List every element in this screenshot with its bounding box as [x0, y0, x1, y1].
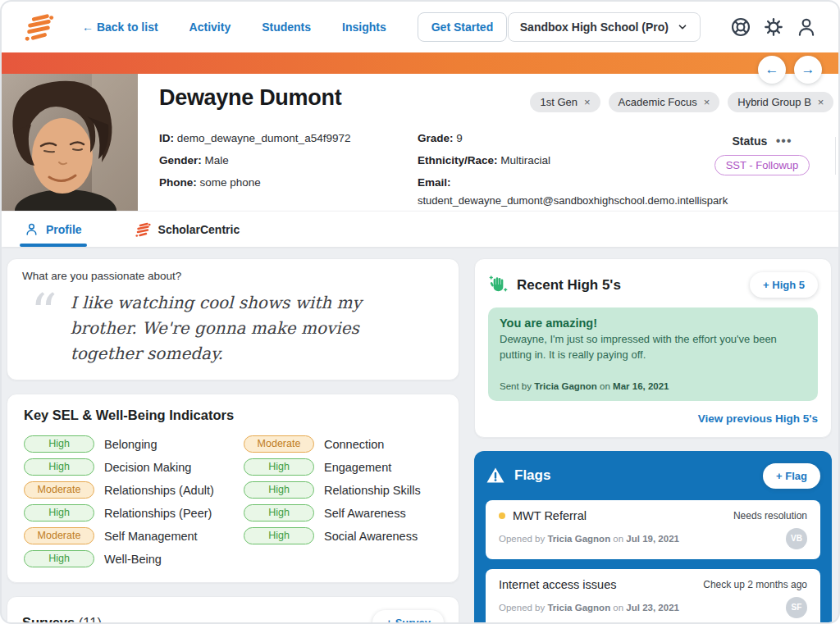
surveys-count: (11)	[79, 615, 102, 624]
indicator-label: Relationship Skills	[324, 484, 421, 497]
tag-remove-icon[interactable]: ×	[584, 96, 591, 108]
add-survey-button[interactable]: + Survey	[372, 610, 444, 624]
status-badge[interactable]: SST - Followup	[714, 155, 810, 175]
user-profile-icon[interactable]	[796, 16, 817, 38]
info-id: ID: demo_dewayne_dumont_a54f9972	[159, 127, 418, 149]
indicators-column-left: HighBelonging HighDecision Making Modera…	[24, 435, 244, 567]
add-high5-button[interactable]: + High 5	[750, 272, 818, 298]
indicator-label: Social Awareness	[324, 530, 418, 543]
top-nav: ← Back to list Activity Students Insight…	[2, 2, 838, 52]
divider	[835, 137, 836, 175]
scholarcentric-logo-icon	[135, 221, 151, 238]
status-menu-icon[interactable]: •••	[776, 134, 792, 148]
indicator-row: HighDecision Making	[24, 458, 244, 476]
indicator-row: HighWell-Being	[24, 550, 244, 567]
flag-item[interactable]: MWT Referral Needs resolution Opened by …	[486, 500, 820, 559]
tag-label: 1st Gen	[540, 96, 578, 108]
indicator-label: Self Management	[104, 530, 198, 543]
indicators-title: Key SEL & Well-Being Indicators	[24, 408, 442, 423]
tag-label: Academic Focus	[619, 96, 697, 108]
high5-card: Recent High 5's + High 5 You are amazing…	[474, 258, 832, 438]
indicator-row: HighRelationships (Peer)	[24, 504, 244, 522]
get-started-button[interactable]: Get Started	[418, 12, 507, 42]
nav-students[interactable]: Students	[262, 20, 311, 34]
indicator-row: ModerateSelf Management	[24, 527, 244, 544]
view-previous-high5s-link[interactable]: View previous High 5's	[698, 412, 818, 425]
back-to-list-link[interactable]: ← Back to list	[82, 20, 158, 34]
chevron-down-icon	[677, 21, 688, 33]
indicators-column-right: ModerateConnection HighEngagement HighRe…	[244, 435, 421, 567]
level-badge: High	[244, 481, 314, 499]
passion-quote: I like watching cool shows with my broth…	[71, 290, 431, 367]
info-phone: Phone: some phone	[159, 171, 418, 194]
level-badge: Moderate	[244, 435, 314, 453]
indicator-label: Relationships (Peer)	[104, 507, 212, 520]
school-selector-value: Sandbox High School (Pro)	[520, 20, 669, 34]
indicator-label: Well-Being	[104, 553, 162, 566]
tag-label: Hybrid Group B	[737, 96, 811, 108]
tag-pill: Academic Focus ×	[609, 92, 720, 112]
flags-title: Flags	[514, 467, 550, 484]
indicator-row: HighBelonging	[24, 435, 244, 453]
high5-sent-line: Sent by Tricia Gagnon on Mar 16, 2021	[500, 381, 806, 391]
banner-gradient	[2, 52, 838, 74]
flag-opened-line: Opened by Tricia Gagnon on Jul 23, 2021	[499, 603, 679, 613]
passion-question: What are you passionate about?	[22, 270, 444, 282]
student-header: Dewayne Dumont 1st Gen × Academic Focus …	[2, 74, 838, 211]
surveys-card: Surveys (11) + Survey ScholarCentric Mid…	[7, 596, 459, 624]
main-content: What are you passionate about? “ I like …	[2, 247, 838, 624]
avatar: VB	[786, 528, 807, 549]
tab-scholarcentric-label: ScholarCentric	[158, 223, 240, 236]
tab-scholarcentric[interactable]: ScholarCentric	[130, 212, 245, 247]
flag-status: Check up 2 months ago	[703, 579, 807, 590]
flag-opened-line: Opened by Tricia Gagnon on Jul 19, 2021	[499, 534, 679, 544]
tab-profile[interactable]: Profile	[20, 212, 87, 247]
indicators-card: Key SEL & Well-Being Indicators HighBelo…	[7, 394, 459, 583]
student-pager: ← →	[758, 56, 822, 84]
tag-remove-icon[interactable]: ×	[818, 96, 824, 108]
level-badge: High	[24, 550, 94, 567]
warning-triangle-icon	[486, 466, 505, 485]
brand-logo-icon	[23, 11, 54, 43]
tab-bar: Profile ScholarCentric	[2, 211, 838, 247]
tag-pill: 1st Gen ×	[530, 92, 600, 112]
student-photo	[2, 74, 138, 211]
student-header-main: Dewayne Dumont 1st Gen × Academic Focus …	[138, 74, 840, 211]
level-badge: Moderate	[24, 481, 94, 499]
indicator-label: Self Awareness	[324, 507, 406, 520]
person-icon	[25, 222, 39, 236]
tag-pill: Hybrid Group B ×	[728, 92, 833, 112]
nav-insights[interactable]: Insights	[342, 20, 386, 34]
indicator-row: ModerateConnection	[244, 435, 421, 453]
tab-profile-label: Profile	[46, 223, 82, 236]
passion-card: What are you passionate about? “ I like …	[7, 258, 459, 380]
quote-icon: “	[30, 290, 57, 367]
tag-remove-icon[interactable]: ×	[704, 96, 710, 108]
next-student-button[interactable]: →	[794, 56, 822, 84]
flag-status: Needs resolution	[733, 510, 807, 522]
settings-gear-icon[interactable]	[763, 16, 784, 38]
surveys-title: Surveys (11)	[22, 615, 102, 624]
student-name: Dewayne Dumont	[159, 85, 341, 111]
school-selector-dropdown[interactable]: Sandbox High School (Pro)	[508, 12, 701, 42]
nav-activity[interactable]: Activity	[189, 20, 231, 34]
level-badge: High	[244, 458, 314, 476]
indicator-label: Connection	[324, 438, 384, 451]
info-gender: Gender: Male	[159, 149, 418, 171]
high5-message-body: Dewayne, I'm just so impressed with the …	[500, 332, 806, 363]
previous-student-button[interactable]: ←	[758, 56, 786, 84]
info-column-right: Grade: 9 Ethnicity/Race: Multiracial Ema…	[418, 127, 701, 207]
add-flag-button[interactable]: + Flag	[763, 463, 820, 489]
status-label: Status	[732, 134, 767, 148]
indicator-label: Relationships (Adult)	[104, 484, 214, 497]
level-badge: High	[24, 504, 94, 522]
level-badge: High	[24, 458, 94, 476]
indicator-label: Engagement	[324, 461, 391, 474]
indicator-row: HighSocial Awareness	[244, 527, 421, 544]
high5-message: You are amazing! Dewayne, I'm just so im…	[488, 307, 818, 401]
flag-item[interactable]: Internet access issues Check up 2 months…	[486, 569, 820, 624]
help-icon[interactable]	[730, 16, 751, 38]
flags-card: Flags + Flag MWT Referral Needs resoluti…	[474, 451, 832, 624]
flag-title: MWT Referral	[513, 509, 587, 522]
flag-title: Internet access issues	[499, 578, 616, 591]
